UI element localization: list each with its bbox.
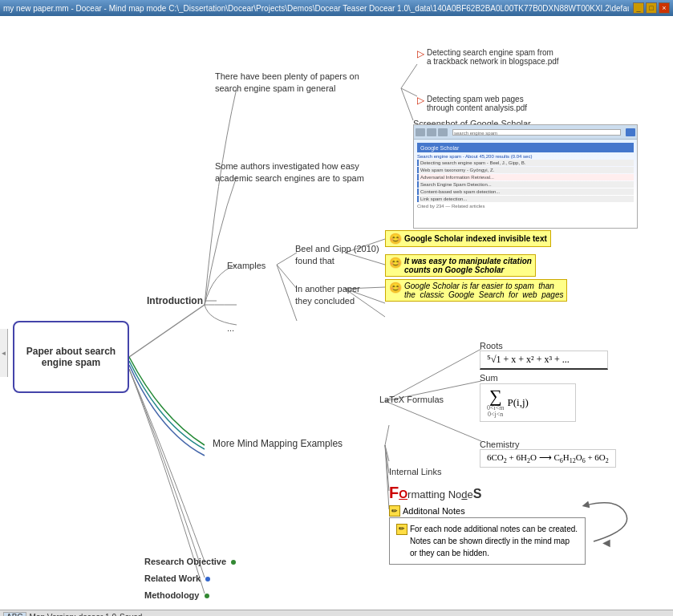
ellipsis-node[interactable]: ... <box>227 323 234 333</box>
roots-label: Roots <box>480 341 503 351</box>
more-mindmap-node[interactable]: More Mind Mapping Examples <box>213 438 343 449</box>
mindmap-canvas: ◄ Paper about search engine spam Introdu… <box>0 16 673 610</box>
map-version-label: Map Version: docear 1.0 <box>30 613 116 616</box>
scholar3-node[interactable]: 😊 Google Scholar is far easier to spam t… <box>385 279 567 302</box>
pdf2-node[interactable]: ▷ Detecting spam web pagesthrough conten… <box>417 95 527 112</box>
emoji3: 😊 <box>389 282 402 294</box>
notes-arrow: ◄ <box>600 536 613 550</box>
chemistry-label: Chemistry <box>480 440 520 449</box>
svg-line-13 <box>385 425 389 445</box>
pdf2-icon: ▷ <box>417 95 424 106</box>
formatting-node[interactable]: FOrmatting NodeS <box>389 484 481 501</box>
svg-line-4 <box>277 265 297 321</box>
note-icon: ✏ <box>389 505 400 517</box>
title-bar: my new paper.mm - Docear - Mind map mode… <box>0 0 673 16</box>
research-objective-dot <box>231 560 236 565</box>
related-work-dot <box>205 577 210 582</box>
emoji2: 😊 <box>389 257 402 269</box>
svg-line-0 <box>129 305 205 357</box>
status-bar: ABC Map Version: docear 1.0 Saved <box>0 610 673 616</box>
emoji1: 😊 <box>389 233 402 245</box>
svg-line-20 <box>385 401 481 441</box>
beel-gipp-node[interactable]: Beel and Gipp (2010)found that <box>295 243 379 268</box>
introduction-node[interactable]: Introduction <box>147 295 203 306</box>
latex-formulas-node[interactable]: LaTeX Formulas <box>379 395 444 404</box>
saved-label: Saved <box>120 613 142 616</box>
sum-label: Sum <box>480 373 498 383</box>
examples-node[interactable]: Examples <box>227 261 266 270</box>
left-edge-indicator: ◄ <box>0 329 8 377</box>
research-objective-node[interactable]: Research Objective <box>144 557 236 566</box>
scholar2-node[interactable]: 😊 It was easy to manipulate citationcoun… <box>385 254 536 277</box>
internal-links-node[interactable]: Internal Links <box>389 467 441 476</box>
title-bar-text: my new paper.mm - Docear - Mind map mode… <box>3 4 629 13</box>
methodology-node[interactable]: Methodology <box>144 590 209 600</box>
window-controls: _ □ × <box>633 2 670 14</box>
central-node[interactable]: Paper about search engine spam <box>13 321 129 393</box>
another-paper-node[interactable]: In another paperthey concluded <box>295 283 360 308</box>
maximize-button[interactable]: □ <box>646 2 657 14</box>
screenshot-thumbnail: search engine spam Google Scholar Search… <box>413 124 638 229</box>
notes-content-box: ✏ For each node additional notes can be … <box>389 517 586 565</box>
related-work-node[interactable]: Related Work <box>144 573 210 583</box>
svg-line-2 <box>277 253 297 265</box>
svg-line-5 <box>401 64 417 88</box>
additional-notes-label[interactable]: ✏ Additonal Notes <box>389 505 465 517</box>
chemistry-formula: 6CO2 + 6H2O ⟶ C6H12O6 + 6O2 <box>480 449 616 468</box>
roots-formula: ⁵√1 + x + x² + x³ + ... <box>480 351 608 370</box>
svg-line-3 <box>277 265 297 289</box>
minimize-button[interactable]: _ <box>633 2 644 14</box>
scholar1-node[interactable]: 😊 Google Scholar indexed invisible text <box>385 230 551 247</box>
abc-icon: ABC <box>3 612 26 616</box>
close-button[interactable]: × <box>659 2 670 14</box>
sum-formula: ∑ 0<i<m0<j<n P(i,j) <box>480 383 576 422</box>
pdf1-icon: ▷ <box>417 48 424 59</box>
pdf1-node[interactable]: ▷ Detecting search engine spam froma tra… <box>417 48 559 66</box>
methodology-dot <box>205 594 209 598</box>
paper2-node[interactable]: Some authors investigated how easyacadem… <box>215 160 364 185</box>
paper1-node[interactable]: There have been plenty of papers onsearc… <box>215 71 359 95</box>
svg-line-18 <box>385 349 481 401</box>
notes-inline-icon: ✏ <box>396 524 407 535</box>
